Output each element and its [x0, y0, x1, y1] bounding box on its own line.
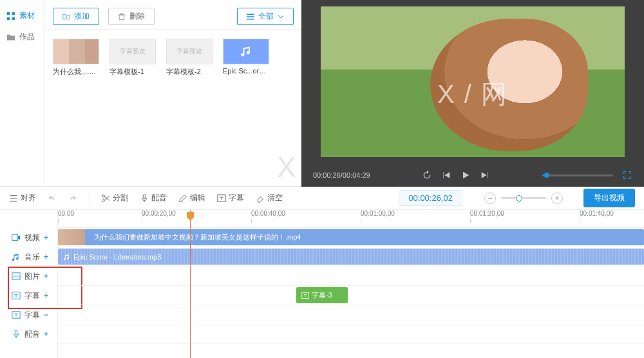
zoom-out-button[interactable]: −	[484, 193, 496, 204]
preview-viewport[interactable]: X / 网	[321, 6, 625, 157]
audio-clip[interactable]: Epic Score - Liberators.mp3	[58, 249, 644, 265]
video-icon	[12, 233, 21, 242]
redo-button[interactable]	[68, 194, 77, 203]
microphone-icon	[140, 194, 149, 203]
subtitle-track[interactable]: 字幕-3	[58, 286, 644, 305]
prev-frame-icon[interactable]	[441, 170, 451, 180]
playhead[interactable]	[190, 210, 191, 358]
chevron-down-icon	[278, 14, 284, 20]
align-tool[interactable]: 对齐	[9, 193, 36, 203]
undo-icon	[48, 194, 57, 203]
text-box-icon	[12, 291, 21, 300]
play-icon[interactable]	[460, 170, 471, 180]
svg-rect-5	[247, 16, 254, 17]
asset-item[interactable]: 字幕预览 字幕模板-1	[109, 39, 156, 77]
track-label-video[interactable]: 视频+	[0, 228, 57, 247]
eraser-icon	[256, 194, 265, 203]
track-label-image[interactable]: 图片+	[0, 267, 57, 286]
track-label-voice[interactable]: 配音+	[0, 325, 57, 344]
sidebar: 素材 作品	[0, 0, 45, 186]
sidebar-tab-works[interactable]: 作品	[0, 26, 44, 48]
grid-icon	[6, 12, 15, 21]
microphone-icon	[12, 330, 21, 339]
align-icon	[9, 194, 18, 203]
svg-rect-2	[7, 17, 10, 19]
sidebar-tab-label: 作品	[19, 32, 35, 42]
svg-point-8	[102, 199, 105, 202]
svg-rect-1	[12, 12, 15, 14]
music-icon	[240, 45, 252, 58]
add-button[interactable]: 添加	[53, 8, 99, 25]
subtitle-template-thumbnail: 字幕预览	[166, 39, 213, 64]
sidebar-tab-assets[interactable]: 素材	[0, 5, 44, 26]
music-note-icon	[12, 252, 21, 261]
track-labels: 视频+ 音乐+ 图片+ 字幕+ 字幕− 配音+	[0, 210, 58, 358]
svg-point-7	[102, 194, 105, 197]
video-track[interactable]: 为什么我们要做新加坡中文视频？新加坡美女是这样子说的！.mp4	[58, 228, 644, 247]
rotate-icon[interactable]	[422, 170, 432, 180]
voice-track[interactable]	[58, 325, 644, 344]
sidebar-tab-label: 素材	[19, 10, 35, 21]
track-label-subtitle-2[interactable]: 字幕−	[0, 305, 57, 325]
svg-rect-15	[15, 330, 17, 335]
image-track[interactable]	[58, 267, 644, 286]
filter-button[interactable]: 全部	[237, 8, 294, 25]
text-box-icon	[301, 292, 309, 299]
image-icon	[12, 272, 21, 281]
audio-track[interactable]: Epic Score - Liberators.mp3	[58, 247, 644, 267]
audio-thumbnail	[223, 39, 269, 64]
timeline-tracks[interactable]: 00,00 00:00:20,00 00:00:40,00 00:01:00,0…	[58, 210, 644, 358]
svg-rect-11	[12, 235, 18, 241]
pencil-icon	[178, 194, 187, 203]
svg-rect-4	[247, 14, 254, 15]
video-clip[interactable]: 为什么我们要做新加坡中文视频？新加坡美女是这样子说的！.mp4	[58, 229, 644, 245]
redo-icon	[68, 194, 77, 203]
zoom-in-button[interactable]: +	[551, 193, 563, 204]
subtitle-track-2[interactable]	[58, 305, 644, 325]
zoom-slider[interactable]	[501, 197, 546, 199]
current-timecode: 00:00:26,02	[399, 190, 462, 206]
preview-panel: X / 网 00:00:26/00:04:29	[301, 0, 644, 187]
edit-tool[interactable]: 编辑	[178, 193, 205, 203]
split-tool[interactable]: 分割	[101, 193, 128, 203]
list-icon	[247, 13, 254, 21]
delete-button[interactable]: 删除	[108, 8, 155, 25]
video-thumbnail	[53, 39, 99, 64]
export-button[interactable]: 导出视频	[583, 189, 635, 207]
assets-grid: 为什么我....mp4 字幕预览 字幕模板-1 字幕预览 字幕模板-2 Epic…	[45, 30, 301, 86]
subtitle-clip[interactable]: 字幕-3	[296, 287, 348, 303]
fullscreen-icon[interactable]	[622, 170, 632, 180]
undo-button[interactable]	[48, 194, 57, 203]
dub-tool[interactable]: 配音	[140, 193, 167, 203]
zoom-control: − +	[484, 193, 563, 204]
watermark: X / 网	[437, 76, 508, 111]
volume-slider[interactable]	[542, 174, 613, 176]
track-label-subtitle[interactable]: 字幕+	[0, 286, 57, 305]
timeline-toolbar: 对齐 分割 配音 编辑 字幕 清空 00:00:26,02 − + 导出视频	[0, 187, 644, 210]
svg-rect-9	[143, 194, 146, 198]
text-box-icon	[12, 310, 21, 319]
preview-timecode: 00:00:26/00:04:29	[313, 171, 370, 179]
svg-rect-6	[247, 19, 254, 20]
asset-item[interactable]: Epic Sc...ors.mp3	[223, 39, 269, 77]
svg-rect-0	[7, 12, 10, 14]
add-folder-icon	[62, 13, 70, 21]
trash-icon	[118, 13, 126, 21]
next-frame-icon[interactable]	[480, 170, 490, 180]
subtitle-template-thumbnail: 字幕预览	[109, 39, 156, 64]
clear-tool[interactable]: 清空	[256, 193, 283, 203]
timeline-ruler[interactable]: 00,00 00:00:20,00 00:00:40,00 00:01:00,0…	[58, 210, 644, 228]
scissors-icon	[101, 194, 110, 203]
svg-rect-12	[12, 273, 20, 280]
svg-rect-3	[12, 17, 15, 19]
track-label-audio[interactable]: 音乐+	[0, 247, 57, 267]
subtitle-tool[interactable]: 字幕	[217, 193, 244, 203]
asset-item[interactable]: 为什么我....mp4	[53, 39, 99, 77]
text-box-icon	[217, 194, 226, 203]
asset-item[interactable]: 字幕预览 字幕模板-2	[166, 39, 213, 77]
folder-icon	[6, 33, 15, 42]
